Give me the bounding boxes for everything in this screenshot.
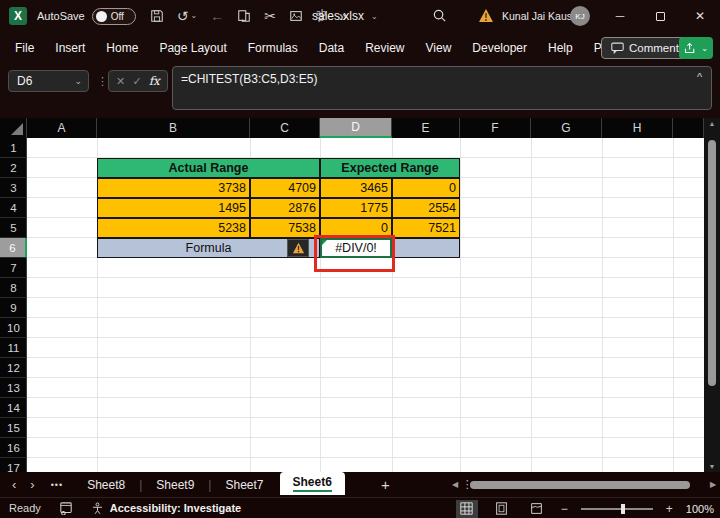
cell-d3[interactable]: 3465 xyxy=(320,178,392,198)
horizontal-scrollbar[interactable]: ◀ ▶ xyxy=(452,472,720,497)
collapse-formula-bar-icon[interactable]: ^ xyxy=(697,71,702,83)
tab-file[interactable]: File xyxy=(15,41,34,55)
column-header-d-selected[interactable]: D xyxy=(320,118,392,138)
row-header-1[interactable]: 1 xyxy=(0,138,27,158)
accessibility-icon[interactable] xyxy=(91,502,104,515)
column-header-h[interactable]: H xyxy=(602,118,673,138)
row-header-4[interactable]: 4 xyxy=(0,198,27,218)
scroll-left-icon[interactable]: ◀ xyxy=(452,480,462,489)
save-icon[interactable] xyxy=(150,9,164,23)
excel-logo-icon[interactable]: X xyxy=(9,7,27,25)
page-layout-view-icon[interactable] xyxy=(491,500,513,518)
new-sheet-icon[interactable]: + xyxy=(381,476,390,493)
macro-record-icon[interactable] xyxy=(59,502,73,515)
row-header-11[interactable]: 11 xyxy=(0,338,27,358)
avatar[interactable]: KJ xyxy=(570,6,590,26)
cell-b4[interactable]: 1495 xyxy=(97,198,250,218)
column-header-c[interactable]: C xyxy=(250,118,320,138)
close-button[interactable]: ✕ xyxy=(680,0,720,32)
zoom-slider[interactable] xyxy=(581,508,653,510)
cell-b3[interactable]: 3738 xyxy=(97,178,250,198)
vertical-scroll-thumb[interactable] xyxy=(708,140,716,386)
cell-e4[interactable]: 2554 xyxy=(392,198,460,218)
row-header-13[interactable]: 13 xyxy=(0,378,27,398)
row-header-15[interactable]: 15 xyxy=(0,418,27,438)
maximize-button[interactable] xyxy=(640,0,680,32)
horizontal-scroll-thumb[interactable] xyxy=(470,481,690,489)
cell-c3[interactable]: 4709 xyxy=(250,178,320,198)
scroll-right-icon[interactable]: ▶ xyxy=(710,480,720,489)
document-title[interactable]: sales.xlsx ⌄ xyxy=(312,9,378,23)
back-arrow-icon[interactable]: ← xyxy=(210,9,224,23)
cancel-icon[interactable]: ✕ xyxy=(116,75,125,88)
spreadsheet-grid[interactable]: 1 2 3 4 5 6 7 8 9 10 11 12 13 14 15 16 1… xyxy=(0,138,720,472)
undo-button[interactable]: ↺⌄ xyxy=(177,9,197,23)
tab-home[interactable]: Home xyxy=(106,41,138,55)
accessibility-status-label[interactable]: Accessibility: Investigate xyxy=(110,502,241,514)
cell-d4[interactable]: 1775 xyxy=(320,198,392,218)
cell-b5[interactable]: 5238 xyxy=(97,218,250,238)
column-header-g[interactable]: G xyxy=(531,118,602,138)
scroll-down-icon[interactable]: ▼ xyxy=(704,463,720,470)
row-header-2[interactable]: 2 xyxy=(0,158,27,178)
insert-function-icon[interactable]: fx xyxy=(149,74,160,88)
autosave-toggle[interactable]: Off xyxy=(92,8,136,25)
row-header-10[interactable]: 10 xyxy=(0,318,27,338)
name-box[interactable]: D6 ⌄ xyxy=(8,70,89,92)
row-header-6-selected[interactable]: 6 xyxy=(0,238,27,258)
zoom-out-icon[interactable]: − xyxy=(561,502,568,516)
sheet-nav-next-icon[interactable]: › xyxy=(30,477,34,492)
enter-icon[interactable]: ✓ xyxy=(132,75,141,88)
cut-icon[interactable]: ✂ xyxy=(264,9,276,23)
copy-icon[interactable] xyxy=(237,9,251,23)
column-header-partial[interactable] xyxy=(673,118,704,138)
tab-developer[interactable]: Developer xyxy=(472,41,527,55)
scroll-up-icon[interactable]: ▲ xyxy=(704,120,720,127)
row-header-3[interactable]: 3 xyxy=(0,178,27,198)
formula-input[interactable]: =CHITEST(B3:C5,D3:E5) xyxy=(172,66,712,110)
sheet-nav-prev-icon[interactable]: ‹ xyxy=(12,477,16,492)
minimize-button[interactable]: ─ xyxy=(600,0,640,32)
zoom-in-icon[interactable]: + xyxy=(666,502,673,516)
row-header-12[interactable]: 12 xyxy=(0,358,27,378)
row-header-7[interactable]: 7 xyxy=(0,258,27,278)
row-header-16[interactable]: 16 xyxy=(0,438,27,458)
page-break-view-icon[interactable] xyxy=(526,500,548,518)
select-all-button[interactable] xyxy=(0,118,27,138)
row-header-14[interactable]: 14 xyxy=(0,398,27,418)
cell-e5[interactable]: 7521 xyxy=(392,218,460,238)
more-sheets-icon[interactable]: ••• xyxy=(51,480,63,490)
cell-c4[interactable]: 2876 xyxy=(250,198,320,218)
cell-expected-range-header[interactable]: Expected Range xyxy=(320,158,460,178)
row-header-5[interactable]: 5 xyxy=(0,218,27,238)
tab-review[interactable]: Review xyxy=(365,41,404,55)
cell-c5[interactable]: 7538 xyxy=(250,218,320,238)
zoom-slider-handle[interactable] xyxy=(621,504,625,514)
cell-actual-range-header[interactable]: Actual Range xyxy=(97,158,320,178)
tab-view[interactable]: View xyxy=(426,41,452,55)
tab-page-layout[interactable]: Page Layout xyxy=(159,41,226,55)
sheet-tab-sheet8[interactable]: Sheet8 xyxy=(73,478,139,492)
alert-warning-icon[interactable] xyxy=(478,8,494,23)
row-header-8[interactable]: 8 xyxy=(0,278,27,298)
column-header-e[interactable]: E xyxy=(392,118,460,138)
cell-e3[interactable]: 0 xyxy=(392,178,460,198)
sheet-tab-sheet9[interactable]: Sheet9 xyxy=(142,478,208,492)
sheet-tab-sheet7[interactable]: Sheet7 xyxy=(211,478,277,492)
normal-view-icon[interactable] xyxy=(456,500,478,518)
row-header-9[interactable]: 9 xyxy=(0,298,27,318)
column-header-f[interactable]: F xyxy=(460,118,531,138)
zoom-level[interactable]: 100% xyxy=(686,503,714,515)
vertical-scrollbar[interactable]: ▲ ▼ xyxy=(704,118,720,472)
tab-insert[interactable]: Insert xyxy=(55,41,85,55)
picture-icon[interactable] xyxy=(289,9,303,23)
tab-data[interactable]: Data xyxy=(319,41,344,55)
horizontal-scroll-track[interactable] xyxy=(462,472,710,497)
cell-e6[interactable] xyxy=(392,238,460,258)
column-header-b[interactable]: B xyxy=(97,118,250,138)
sheet-tab-sheet6-active[interactable]: Sheet6 xyxy=(280,472,345,495)
tab-formulas[interactable]: Formulas xyxy=(248,41,298,55)
tab-help[interactable]: Help xyxy=(548,41,573,55)
search-icon[interactable] xyxy=(432,8,447,23)
column-header-a[interactable]: A xyxy=(27,118,97,138)
